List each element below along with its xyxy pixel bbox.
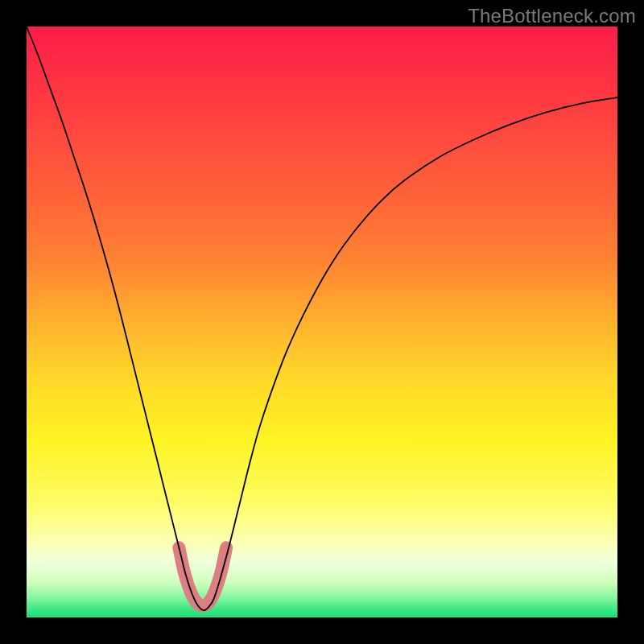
chart-frame: TheBottleneck.com [0,0,644,644]
plot-background [27,27,617,617]
bottleneck-chart [0,0,644,644]
watermark-label: TheBottleneck.com [468,5,636,27]
